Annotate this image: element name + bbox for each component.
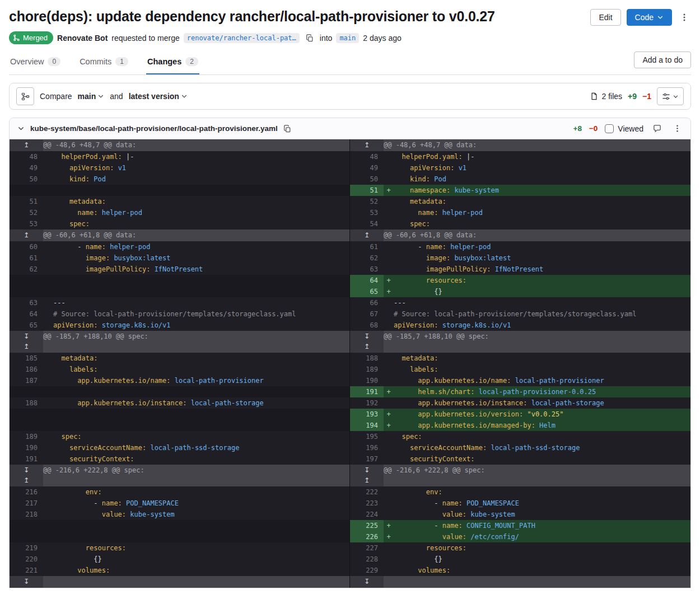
file-tree-toggle-icon[interactable] [16,87,34,105]
line-number[interactable]: 227 [350,542,384,554]
expand-up-icon[interactable]: ↥ [350,231,384,240]
collapse-file-icon[interactable] [16,124,26,133]
line-number[interactable]: 53 [350,207,384,218]
code-line: apiVersion: v1 [53,162,349,174]
line-number[interactable]: 189 [350,364,384,375]
line-number[interactable]: 228 [350,554,384,565]
line-number[interactable]: 61 [350,241,384,252]
line-number[interactable]: 229 [350,565,384,576]
base-version-dropdown[interactable]: main [78,92,105,101]
diff-options-button[interactable] [657,87,684,105]
viewed-toggle[interactable]: Viewed [605,124,643,133]
line-number[interactable]: 195 [350,431,384,442]
line-number[interactable]: 218 [10,509,43,520]
line-number[interactable]: 61 [10,252,43,264]
expand-down-icon[interactable]: ↧ [10,332,43,341]
expand-down-icon[interactable]: ↧ [350,577,384,587]
line-number[interactable]: 60 [10,241,43,252]
code-dropdown-button[interactable]: Code [627,9,672,26]
tab-commits[interactable]: Commits 1 [78,50,129,74]
viewed-checkbox[interactable] [605,124,614,133]
line-number[interactable]: 66 [350,297,384,308]
line-number[interactable]: 52 [10,207,43,218]
line-number[interactable]: 189 [10,431,43,442]
expand-up-icon[interactable]: ↥ [10,141,43,150]
line-number[interactable]: 48 [350,151,384,162]
line-number[interactable]: 192 [350,397,384,409]
expand-up-icon[interactable]: ↥ [10,342,43,352]
line-number[interactable]: 51 [350,185,384,196]
edit-button[interactable]: Edit [590,9,620,26]
tab-overview[interactable]: Overview 0 [9,50,62,74]
kebab-menu-icon[interactable] [678,11,691,24]
copy-branch-icon[interactable] [304,32,316,44]
expand-up-icon[interactable]: ↥ [350,476,384,485]
line-number[interactable]: 222 [350,486,384,498]
author-name[interactable]: Renovate Bot [57,34,108,43]
line-number[interactable]: 50 [350,174,384,185]
line-number[interactable]: 221 [10,565,43,576]
line-number[interactable]: 63 [10,297,43,308]
line-marker [43,431,53,442]
line-number[interactable]: 194 [350,420,384,431]
comment-icon[interactable] [651,122,664,135]
line-number[interactable]: 190 [10,442,43,453]
line-number[interactable]: 193 [350,409,384,420]
line-number[interactable]: 188 [350,353,384,364]
add-todo-button[interactable]: Add a to do [634,51,691,68]
line-number[interactable]: 216 [10,486,43,498]
expand-up-icon[interactable]: ↥ [350,141,384,150]
line-number[interactable]: 225 [350,520,384,531]
line-number[interactable]: 191 [350,386,384,397]
line-number[interactable]: 197 [350,453,384,465]
line-number[interactable]: 52 [350,196,384,207]
line-number[interactable]: 219 [10,542,43,554]
line-number[interactable]: 53 [10,218,43,230]
target-branch-chip[interactable]: main [336,33,359,43]
line-number[interactable]: 220 [10,554,43,565]
line-number[interactable]: 63 [350,264,384,275]
code-line: --- [394,297,690,308]
line-number[interactable]: 62 [10,264,43,275]
line-number[interactable]: 49 [350,162,384,174]
expand-down-icon[interactable]: ↧ [10,466,43,475]
line-number[interactable]: 185 [10,353,43,364]
line-number[interactable]: 51 [10,196,43,207]
file-kebab-menu-icon[interactable] [671,122,684,135]
line-number[interactable]: 187 [10,375,43,386]
hunk-cell: ↥@@ -48,6 +48,7 @@ data: [350,139,690,151]
line-number[interactable]: 191 [10,453,43,465]
expand-down-icon[interactable]: ↧ [350,466,384,475]
line-number[interactable]: 196 [350,442,384,453]
line-number[interactable]: 188 [10,397,43,409]
line-number[interactable]: 223 [350,498,384,509]
line-number[interactable]: 65 [10,320,43,331]
context-cell: 186 labels: [10,364,350,375]
line-number[interactable]: 54 [350,218,384,230]
line-number[interactable]: 67 [350,308,384,320]
line-number[interactable]: 217 [10,498,43,509]
line-number[interactable]: 62 [350,252,384,264]
files-count[interactable]: 2 files [590,92,622,101]
line-number[interactable]: 190 [350,375,384,386]
line-number[interactable]: 186 [10,364,43,375]
line-number[interactable]: 226 [350,531,384,542]
expand-down-icon[interactable]: ↧ [350,332,384,341]
line-number[interactable]: 48 [10,151,43,162]
head-version-dropdown[interactable]: latest version [129,92,188,101]
line-number[interactable]: 64 [10,308,43,320]
expand-up-icon[interactable]: ↥ [10,476,43,485]
tab-changes[interactable]: Changes 2 [146,50,199,74]
file-path[interactable]: kube-system/base/local-path-provisioner/… [30,124,278,133]
expand-down-icon[interactable]: ↧ [10,577,43,587]
copy-file-path-icon[interactable] [282,124,292,134]
line-number[interactable]: 68 [350,320,384,331]
line-number[interactable]: 64 [350,275,384,286]
expand-up-icon[interactable]: ↥ [350,342,384,352]
line-number[interactable]: 50 [10,174,43,185]
source-branch-chip[interactable]: renovate/rancher-local-pat… [184,33,300,43]
expand-up-icon[interactable]: ↥ [10,231,43,240]
line-number[interactable]: 65 [350,286,384,297]
line-number[interactable]: 224 [350,509,384,520]
line-number[interactable]: 49 [10,162,43,174]
